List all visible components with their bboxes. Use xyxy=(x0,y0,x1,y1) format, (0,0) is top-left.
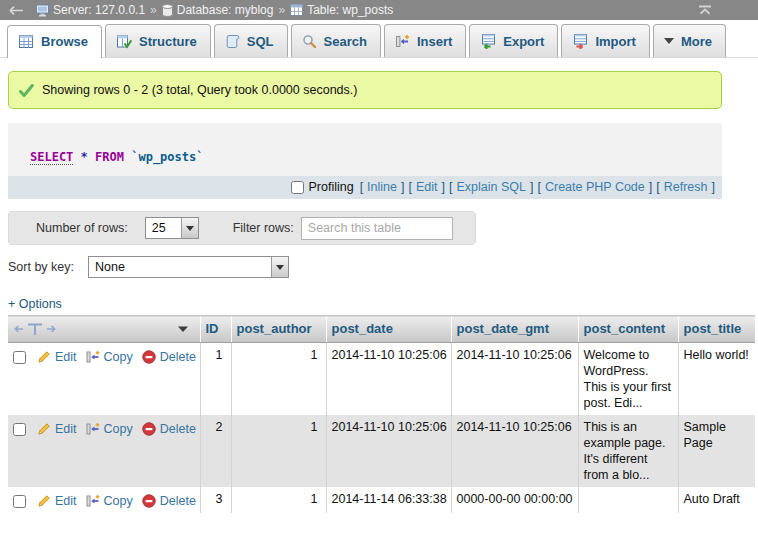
row-marker-icon[interactable] xyxy=(13,321,57,336)
column-header-id[interactable]: ID xyxy=(200,316,231,343)
breadcrumb-database-label[interactable]: Database: myblog xyxy=(177,3,274,17)
cell-post-date-gmt: 2014-11-10 10:25:06 xyxy=(451,415,578,487)
column-header-post-date[interactable]: post_date xyxy=(326,316,451,343)
tab-search[interactable]: Search xyxy=(291,24,381,57)
delete-icon[interactable] xyxy=(142,350,156,364)
column-header-post-title[interactable]: post_title xyxy=(678,316,755,343)
tab-import-label: Import xyxy=(595,34,635,49)
cell-id: 1 xyxy=(200,343,231,416)
copy-link[interactable]: Copy xyxy=(104,349,133,365)
tab-more-label: More xyxy=(681,34,712,49)
tab-bar: Browse Structure SQL Search Insert xyxy=(0,20,758,58)
tab-sql[interactable]: SQL xyxy=(214,24,288,57)
number-of-rows-label: Number of rows: xyxy=(36,221,128,235)
delete-icon[interactable] xyxy=(142,422,156,436)
delete-link[interactable]: Delete xyxy=(160,349,196,365)
sql-query-box: SELECT * FROM `wp_posts` Profiling [ Inl… xyxy=(8,123,722,199)
results-table: ID post_author post_date post_date_gmt p… xyxy=(8,315,755,513)
back-icon[interactable] xyxy=(8,5,24,16)
copy-icon[interactable] xyxy=(86,422,100,436)
search-icon xyxy=(302,34,317,49)
sql-toolbar-link-explain-sql[interactable]: Explain SQL xyxy=(456,180,525,194)
row-checkbox[interactable] xyxy=(13,351,26,364)
column-header-actions xyxy=(8,316,200,343)
edit-link[interactable]: Edit xyxy=(55,493,77,509)
sql-table-name: `wp_posts` xyxy=(131,150,203,164)
table-row: Edit Copy Delete 1 1 2014-11-10 10:25:06… xyxy=(8,343,755,416)
sort-by-key-value: None xyxy=(89,257,133,277)
breadcrumb-separator: » xyxy=(278,3,285,17)
actions-menu-toggle-icon[interactable] xyxy=(177,325,189,333)
bracket: ] xyxy=(401,180,404,194)
edit-link[interactable]: Edit xyxy=(55,349,77,365)
copy-link[interactable]: Copy xyxy=(104,421,133,437)
copy-icon[interactable] xyxy=(86,494,100,508)
cell-id: 3 xyxy=(200,487,231,513)
cell-post-author: 1 xyxy=(231,487,326,513)
sql-star: * xyxy=(81,150,88,164)
breadcrumb-server[interactable]: Server: 127.0.0.1 xyxy=(36,3,145,17)
tab-import[interactable]: Import xyxy=(561,24,649,57)
cell-post-date: 2014-11-10 10:25:06 xyxy=(326,343,451,416)
delete-icon[interactable] xyxy=(142,494,156,508)
sql-keyword-from: FROM xyxy=(95,150,124,164)
row-checkbox[interactable] xyxy=(13,495,26,508)
sort-by-key-select[interactable]: None xyxy=(88,256,289,278)
browse-icon xyxy=(18,34,34,49)
collapse-icon[interactable] xyxy=(698,5,712,15)
cell-id: 2 xyxy=(200,415,231,487)
row-checkbox[interactable] xyxy=(13,423,26,436)
tab-export[interactable]: Export xyxy=(469,24,558,57)
number-of-rows-select[interactable]: 25 xyxy=(145,217,199,239)
tab-insert[interactable]: Insert xyxy=(384,24,466,57)
phpmyadmin-page: Server: 127.0.0.1 » Database: myblog » T… xyxy=(0,0,758,542)
pencil-icon[interactable] xyxy=(37,494,51,508)
sql-query-text: SELECT * FROM `wp_posts` xyxy=(8,123,722,176)
bracket: ] xyxy=(712,180,715,194)
breadcrumb-table[interactable]: Table: wp_posts xyxy=(290,3,393,17)
cell-post-date: 2014-11-14 06:33:38 xyxy=(326,487,451,513)
copy-link[interactable]: Copy xyxy=(104,493,133,509)
tab-more[interactable]: More xyxy=(653,24,726,57)
delete-link[interactable]: Delete xyxy=(160,421,196,437)
bracket: [ xyxy=(537,180,540,194)
success-check-icon xyxy=(19,84,34,97)
number-of-rows-value: 25 xyxy=(146,218,174,238)
cell-post-content xyxy=(578,487,678,513)
bracket: [ xyxy=(449,180,452,194)
tab-browse[interactable]: Browse xyxy=(7,25,102,58)
delete-link[interactable]: Delete xyxy=(160,493,196,509)
breadcrumb-table-label[interactable]: Table: wp_posts xyxy=(307,3,393,17)
column-header-post-author[interactable]: post_author xyxy=(231,316,326,343)
sql-toolbar-link-inline[interactable]: Inline xyxy=(367,180,397,194)
cell-post-title: Sample Page xyxy=(678,415,755,487)
column-header-post-content[interactable]: post_content xyxy=(578,316,678,343)
pencil-icon[interactable] xyxy=(37,350,51,364)
breadcrumb-database[interactable]: Database: myblog xyxy=(162,3,274,17)
filter-rows-label: Filter rows: xyxy=(233,221,294,235)
table-row: Edit Copy Delete 2 1 2014-11-10 10:25:06… xyxy=(8,415,755,487)
table-icon xyxy=(290,4,303,16)
import-icon xyxy=(572,33,588,49)
bracket: ] xyxy=(649,180,652,194)
breadcrumb-server-label[interactable]: Server: 127.0.0.1 xyxy=(53,3,145,17)
bracket: [ xyxy=(360,180,363,194)
copy-icon[interactable] xyxy=(86,350,100,364)
sql-toolbar-link-create-php-code[interactable]: Create PHP Code xyxy=(545,180,645,194)
bracket: ] xyxy=(442,180,445,194)
options-toggle[interactable]: + Options xyxy=(8,297,62,311)
tab-structure[interactable]: Structure xyxy=(105,24,211,57)
cell-post-author: 1 xyxy=(231,343,326,416)
profiling-checkbox[interactable] xyxy=(291,181,304,194)
sql-toolbar-link-refresh[interactable]: Refresh xyxy=(664,180,708,194)
sql-toolbar-link-edit[interactable]: Edit xyxy=(416,180,438,194)
sort-controls: Sort by key: None xyxy=(8,256,758,278)
pencil-icon[interactable] xyxy=(37,422,51,436)
profiling-label: Profiling xyxy=(308,180,353,194)
edit-link[interactable]: Edit xyxy=(55,421,77,437)
sql-keyword-select: SELECT xyxy=(30,150,73,165)
cell-post-date: 2014-11-10 10:25:06 xyxy=(326,415,451,487)
filter-rows-input[interactable] xyxy=(301,217,453,240)
success-text: Showing rows 0 - 2 (3 total, Query took … xyxy=(42,83,357,97)
column-header-post-date-gmt[interactable]: post_date_gmt xyxy=(451,316,578,343)
